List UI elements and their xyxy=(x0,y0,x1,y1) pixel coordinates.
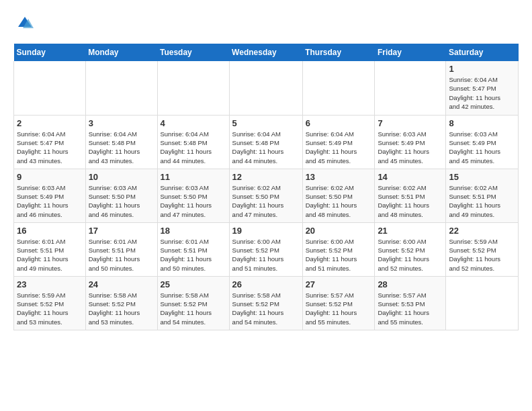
day-cell: 6Sunrise: 6:04 AM Sunset: 5:49 PM Daylig… xyxy=(302,115,375,169)
day-cell: 10Sunrise: 6:03 AM Sunset: 5:50 PM Dayli… xyxy=(85,169,157,222)
day-info: Sunrise: 6:03 AM Sunset: 5:50 PM Dayligh… xyxy=(89,183,154,219)
day-info: Sunrise: 5:59 AM Sunset: 5:52 PM Dayligh… xyxy=(17,291,83,326)
day-cell: 13Sunrise: 6:02 AM Sunset: 5:50 PM Dayli… xyxy=(302,169,375,222)
week-row-4: 16Sunrise: 6:01 AM Sunset: 5:51 PM Dayli… xyxy=(14,222,519,276)
day-cell: 24Sunrise: 5:58 AM Sunset: 5:52 PM Dayli… xyxy=(85,276,157,330)
day-info: Sunrise: 5:59 AM Sunset: 5:52 PM Dayligh… xyxy=(449,237,515,273)
day-info: Sunrise: 6:04 AM Sunset: 5:48 PM Dayligh… xyxy=(232,130,300,165)
day-info: Sunrise: 6:01 AM Sunset: 5:51 PM Dayligh… xyxy=(17,237,83,273)
day-info: Sunrise: 6:00 AM Sunset: 5:52 PM Dayligh… xyxy=(306,237,372,273)
day-cell: 21Sunrise: 6:00 AM Sunset: 5:52 PM Dayli… xyxy=(375,222,446,276)
day-info: Sunrise: 5:58 AM Sunset: 5:52 PM Dayligh… xyxy=(161,291,226,326)
week-row-5: 23Sunrise: 5:59 AM Sunset: 5:52 PM Dayli… xyxy=(14,276,519,330)
day-info: Sunrise: 5:58 AM Sunset: 5:52 PM Dayligh… xyxy=(232,291,300,326)
day-number: 12 xyxy=(232,172,300,182)
header-cell-wednesday: Wednesday xyxy=(229,44,302,61)
day-cell: 5Sunrise: 6:04 AM Sunset: 5:48 PM Daylig… xyxy=(229,115,302,169)
day-cell: 15Sunrise: 6:02 AM Sunset: 5:51 PM Dayli… xyxy=(446,169,519,222)
day-info: Sunrise: 6:04 AM Sunset: 5:47 PM Dayligh… xyxy=(17,130,83,165)
day-number: 18 xyxy=(161,226,226,236)
day-info: Sunrise: 6:02 AM Sunset: 5:51 PM Dayligh… xyxy=(378,183,443,219)
day-number: 17 xyxy=(89,226,154,236)
header-cell-friday: Friday xyxy=(375,44,446,61)
calendar-table: SundayMondayTuesdayWednesdayThursdayFrid… xyxy=(13,44,519,330)
day-cell: 16Sunrise: 6:01 AM Sunset: 5:51 PM Dayli… xyxy=(14,222,86,276)
day-info: Sunrise: 6:02 AM Sunset: 5:50 PM Dayligh… xyxy=(232,183,300,219)
day-cell: 11Sunrise: 6:03 AM Sunset: 5:50 PM Dayli… xyxy=(157,169,229,222)
day-number: 9 xyxy=(17,172,83,182)
calendar-body: 1Sunrise: 6:04 AM Sunset: 5:47 PM Daylig… xyxy=(14,61,519,330)
day-cell xyxy=(302,61,375,115)
day-number: 7 xyxy=(378,118,443,128)
day-cell: 28Sunrise: 5:57 AM Sunset: 5:53 PM Dayli… xyxy=(375,276,446,330)
day-number: 2 xyxy=(17,118,83,128)
week-row-2: 2Sunrise: 6:04 AM Sunset: 5:47 PM Daylig… xyxy=(14,115,519,169)
day-number: 28 xyxy=(378,279,443,289)
day-number: 10 xyxy=(89,172,154,182)
day-info: Sunrise: 6:04 AM Sunset: 5:48 PM Dayligh… xyxy=(89,130,154,165)
day-cell: 1Sunrise: 6:04 AM Sunset: 5:47 PM Daylig… xyxy=(446,61,519,115)
day-cell xyxy=(446,276,519,330)
day-cell: 8Sunrise: 6:03 AM Sunset: 5:49 PM Daylig… xyxy=(446,115,519,169)
header-cell-saturday: Saturday xyxy=(446,44,519,61)
day-info: Sunrise: 5:57 AM Sunset: 5:52 PM Dayligh… xyxy=(306,291,372,326)
day-cell: 23Sunrise: 5:59 AM Sunset: 5:52 PM Dayli… xyxy=(14,276,86,330)
day-number: 22 xyxy=(449,226,515,236)
day-number: 14 xyxy=(378,172,443,182)
day-number: 11 xyxy=(161,172,226,182)
header-cell-tuesday: Tuesday xyxy=(157,44,229,61)
day-cell: 19Sunrise: 6:00 AM Sunset: 5:52 PM Dayli… xyxy=(229,222,302,276)
day-number: 20 xyxy=(306,226,372,236)
day-info: Sunrise: 6:03 AM Sunset: 5:49 PM Dayligh… xyxy=(17,183,83,219)
calendar-header: SundayMondayTuesdayWednesdayThursdayFrid… xyxy=(14,44,519,61)
day-info: Sunrise: 6:04 AM Sunset: 5:49 PM Dayligh… xyxy=(306,130,372,165)
day-cell: 18Sunrise: 6:01 AM Sunset: 5:51 PM Dayli… xyxy=(157,222,229,276)
day-info: Sunrise: 6:04 AM Sunset: 5:47 PM Dayligh… xyxy=(449,75,515,111)
day-number: 19 xyxy=(232,226,300,236)
day-cell: 12Sunrise: 6:02 AM Sunset: 5:50 PM Dayli… xyxy=(229,169,302,222)
logo-icon xyxy=(15,13,35,34)
day-info: Sunrise: 6:03 AM Sunset: 5:49 PM Dayligh… xyxy=(378,130,443,165)
day-cell: 3Sunrise: 6:04 AM Sunset: 5:48 PM Daylig… xyxy=(85,115,157,169)
day-cell: 27Sunrise: 5:57 AM Sunset: 5:52 PM Dayli… xyxy=(302,276,375,330)
day-cell: 4Sunrise: 6:04 AM Sunset: 5:48 PM Daylig… xyxy=(157,115,229,169)
day-number: 23 xyxy=(17,279,83,289)
day-cell: 17Sunrise: 6:01 AM Sunset: 5:51 PM Dayli… xyxy=(85,222,157,276)
day-cell xyxy=(375,61,446,115)
header-row: SundayMondayTuesdayWednesdayThursdayFrid… xyxy=(14,44,519,61)
day-cell: 2Sunrise: 6:04 AM Sunset: 5:47 PM Daylig… xyxy=(14,115,86,169)
day-number: 24 xyxy=(89,279,154,289)
day-cell: 7Sunrise: 6:03 AM Sunset: 5:49 PM Daylig… xyxy=(375,115,446,169)
day-number: 13 xyxy=(306,172,372,182)
day-number: 26 xyxy=(232,279,300,289)
header-cell-monday: Monday xyxy=(85,44,157,61)
day-number: 6 xyxy=(306,118,372,128)
day-info: Sunrise: 6:03 AM Sunset: 5:50 PM Dayligh… xyxy=(161,183,226,219)
day-cell: 9Sunrise: 6:03 AM Sunset: 5:49 PM Daylig… xyxy=(14,169,86,222)
day-info: Sunrise: 5:57 AM Sunset: 5:53 PM Dayligh… xyxy=(378,291,443,326)
day-info: Sunrise: 6:02 AM Sunset: 5:51 PM Dayligh… xyxy=(449,183,515,219)
week-row-3: 9Sunrise: 6:03 AM Sunset: 5:49 PM Daylig… xyxy=(14,169,519,222)
day-cell: 22Sunrise: 5:59 AM Sunset: 5:52 PM Dayli… xyxy=(446,222,519,276)
day-number: 3 xyxy=(89,118,154,128)
day-cell xyxy=(85,61,157,115)
day-cell: 25Sunrise: 5:58 AM Sunset: 5:52 PM Dayli… xyxy=(157,276,229,330)
day-number: 8 xyxy=(449,118,515,128)
header-cell-thursday: Thursday xyxy=(302,44,375,61)
day-cell xyxy=(14,61,86,115)
day-cell: 14Sunrise: 6:02 AM Sunset: 5:51 PM Dayli… xyxy=(375,169,446,222)
day-info: Sunrise: 6:01 AM Sunset: 5:51 PM Dayligh… xyxy=(161,237,226,273)
day-info: Sunrise: 6:01 AM Sunset: 5:51 PM Dayligh… xyxy=(89,237,154,273)
day-cell xyxy=(229,61,302,115)
day-info: Sunrise: 6:03 AM Sunset: 5:49 PM Dayligh… xyxy=(449,130,515,165)
logo xyxy=(13,13,35,37)
day-number: 21 xyxy=(378,226,443,236)
day-info: Sunrise: 6:02 AM Sunset: 5:50 PM Dayligh… xyxy=(306,183,372,219)
day-number: 1 xyxy=(449,64,515,74)
day-number: 25 xyxy=(161,279,226,289)
day-number: 15 xyxy=(449,172,515,182)
day-info: Sunrise: 6:00 AM Sunset: 5:52 PM Dayligh… xyxy=(378,237,443,273)
day-info: Sunrise: 6:00 AM Sunset: 5:52 PM Dayligh… xyxy=(232,237,300,273)
day-info: Sunrise: 5:58 AM Sunset: 5:52 PM Dayligh… xyxy=(89,291,154,326)
day-number: 16 xyxy=(17,226,83,236)
